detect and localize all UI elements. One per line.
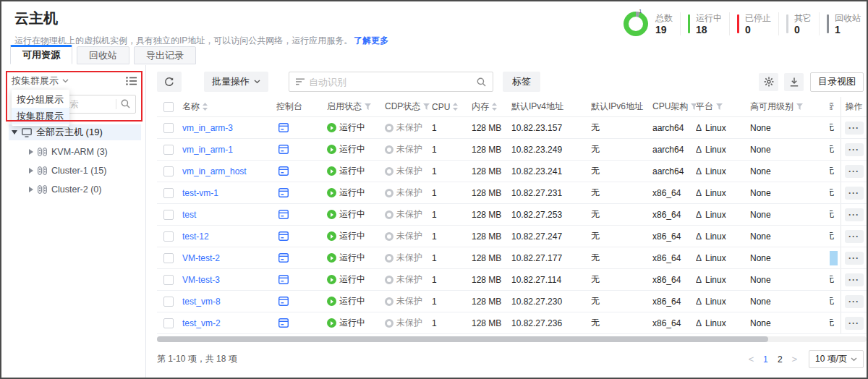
vm-name-link[interactable]: VM-test-3 <box>182 275 220 285</box>
filter-icon[interactable] <box>691 103 696 110</box>
row-actions-button[interactable] <box>845 165 864 178</box>
row-checkbox[interactable] <box>163 210 174 220</box>
tree-node-kvm-arm[interactable]: KVM-ARM (3) <box>29 144 141 159</box>
table-row: test 运行中 未保护 1 128 MB 10.82.27.253 无 x86… <box>157 204 867 226</box>
scrollbar-thumb[interactable] <box>157 336 768 342</box>
row-actions-button[interactable] <box>845 273 864 286</box>
vm-name-link[interactable]: vm_in_arm-3 <box>182 123 233 133</box>
menu-item-cluster-view[interactable]: 按集群展示 <box>12 108 69 124</box>
console-icon[interactable] <box>278 188 289 197</box>
search-icon[interactable] <box>121 99 130 108</box>
page-header: 云主机 运行在物理机上的虚拟机实例，具有独立的IP地址，可以访问公共网络，运行应… <box>14 9 388 47</box>
col-name-header[interactable]: 名称 <box>182 101 276 113</box>
caret-down-icon[interactable] <box>12 130 17 135</box>
row-actions-button[interactable] <box>845 317 864 330</box>
vm-name-link[interactable]: test-vm-1 <box>182 188 218 198</box>
caret-right-icon[interactable] <box>29 187 33 192</box>
tree-node-cluster-2[interactable]: Cluster-2 (0) <box>29 182 141 197</box>
col-console-header: 控制台 <box>276 101 327 113</box>
batch-operations-button[interactable]: 批量操作 <box>204 72 268 92</box>
filter-icon[interactable] <box>423 103 430 110</box>
learn-more-link[interactable]: 了解更多 <box>354 35 388 46</box>
row-actions-button[interactable] <box>845 295 864 308</box>
display-mode-dropdown[interactable]: 按集群展示 <box>12 74 137 88</box>
filter-lines-icon[interactable] <box>296 78 305 85</box>
caret-right-icon[interactable] <box>29 168 33 174</box>
row-checkbox[interactable] <box>163 145 174 155</box>
row-checkbox[interactable] <box>163 188 174 198</box>
vm-name-link[interactable]: vm_in_arm_host <box>182 166 247 176</box>
settings-button[interactable] <box>759 73 778 91</box>
tab-recycle-bin[interactable]: 回收站 <box>77 46 129 64</box>
row-actions-button[interactable] <box>845 230 864 243</box>
next-page-button[interactable]: > <box>787 354 801 365</box>
col-mem-header[interactable]: 内存 <box>472 101 511 113</box>
vm-name-link[interactable]: test-12 <box>182 231 209 242</box>
list-view-icon[interactable] <box>126 77 137 85</box>
tree-node-cluster-1[interactable]: Cluster-1 (15) <box>29 163 141 178</box>
horizontal-scrollbar[interactable] <box>157 336 867 342</box>
vm-name-link[interactable]: VM-test-2 <box>182 253 220 263</box>
sort-icon[interactable] <box>203 103 208 111</box>
filter-icon[interactable] <box>365 103 371 110</box>
stat-color-bar <box>737 14 739 33</box>
vm-name-link[interactable]: test_vm-8 <box>182 297 221 307</box>
arch-cell: x86_64 <box>652 253 696 263</box>
row-actions-button[interactable] <box>845 122 864 135</box>
col-ha-header[interactable]: 高可用级别 <box>750 101 810 113</box>
prev-page-button[interactable]: < <box>744 354 759 365</box>
console-icon[interactable] <box>278 145 289 154</box>
select-all-checkbox[interactable] <box>163 102 174 112</box>
tab-available-resources[interactable]: 可用资源 <box>10 45 72 64</box>
row-checkbox[interactable] <box>163 297 174 307</box>
row-actions-button[interactable] <box>845 143 864 156</box>
row-checkbox[interactable] <box>163 275 174 285</box>
tree-node-all-hosts[interactable]: 全部云主机 (19) <box>9 124 141 140</box>
row-actions-button[interactable] <box>845 252 864 265</box>
row-actions-button[interactable] <box>845 208 864 221</box>
filter-icon[interactable] <box>716 103 723 110</box>
col-arch-header[interactable]: CPU架构 <box>652 101 696 113</box>
col-platform-header[interactable]: 平台 <box>696 101 750 113</box>
row-checkbox[interactable] <box>163 253 174 263</box>
running-status-icon <box>327 297 336 306</box>
row-checkbox[interactable] <box>163 166 174 176</box>
refresh-button[interactable] <box>157 72 182 92</box>
row-checkbox[interactable] <box>163 123 174 133</box>
col-cdp-header[interactable]: CDP状态 <box>385 101 432 113</box>
vm-name-link[interactable]: vm_in_arm-1 <box>182 145 233 155</box>
filter-icon[interactable] <box>796 103 803 110</box>
console-icon[interactable] <box>278 297 289 306</box>
console-icon[interactable] <box>278 253 289 263</box>
sort-icon[interactable] <box>492 103 497 111</box>
col-power-header[interactable]: 启用状态 <box>327 101 385 113</box>
console-icon[interactable] <box>278 318 289 328</box>
console-icon[interactable] <box>278 275 289 284</box>
console-icon[interactable] <box>278 210 289 219</box>
row-actions-button[interactable] <box>845 187 864 200</box>
tab-export-records[interactable]: 导出记录 <box>134 46 196 64</box>
search-icon[interactable] <box>477 77 486 87</box>
page-1-button[interactable]: 1 <box>758 354 773 365</box>
download-icon <box>790 77 799 87</box>
menu-item-group-view[interactable]: 按分组展示 <box>12 91 69 108</box>
page-size-select[interactable]: 10 项/页 <box>809 350 864 368</box>
vm-name-link[interactable]: test_vm-2 <box>182 318 221 328</box>
vm-name-link[interactable]: test <box>182 210 196 220</box>
console-icon[interactable] <box>278 166 289 176</box>
directory-view-button[interactable]: 目录视图 <box>810 72 864 92</box>
console-icon[interactable] <box>278 123 289 132</box>
col-cpu-header[interactable]: CPU <box>432 102 472 112</box>
page-2-button[interactable]: 2 <box>773 354 787 365</box>
caret-right-icon[interactable] <box>29 149 33 155</box>
mem-cell: 128 MB <box>472 123 511 133</box>
mem-cell: 128 MB <box>472 166 511 176</box>
row-checkbox[interactable] <box>163 318 174 328</box>
table-search-input[interactable] <box>309 77 477 88</box>
export-button[interactable] <box>784 73 804 91</box>
row-checkbox[interactable] <box>163 231 174 242</box>
sort-icon[interactable] <box>453 103 458 111</box>
console-icon[interactable] <box>278 231 289 241</box>
stat-label: 回收站 <box>835 13 861 23</box>
tag-button[interactable]: 标签 <box>503 72 540 92</box>
